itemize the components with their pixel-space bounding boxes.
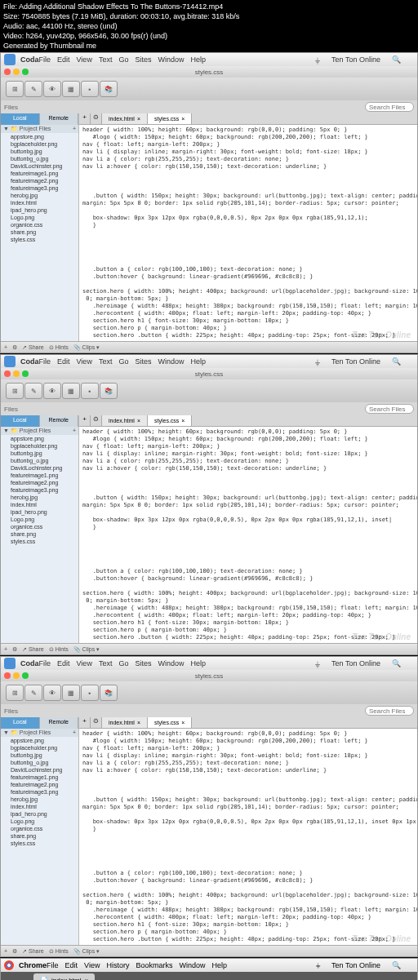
- menu-view[interactable]: View: [77, 55, 92, 64]
- status-add-icon[interactable]: +: [4, 948, 7, 954]
- close-tab-icon[interactable]: ×: [181, 418, 185, 423]
- window-titlebar[interactable]: styles.css: [1, 670, 417, 681]
- file-item[interactable]: index.html: [1, 501, 78, 508]
- file-item[interactable]: featureimage3.png: [1, 486, 78, 494]
- tab-prev-icon[interactable]: +: [79, 113, 91, 124]
- file-item[interactable]: buttonbg.jpg: [1, 148, 78, 155]
- file-item[interactable]: appstore.png: [1, 435, 78, 442]
- menu-help[interactable]: Help: [190, 659, 206, 667]
- sidebar-tab-remote[interactable]: Remote: [40, 717, 79, 729]
- tool-books[interactable]: 📚: [100, 383, 118, 399]
- file-item[interactable]: featureimage3.png: [1, 788, 78, 796]
- tab-prev-icon[interactable]: +: [79, 717, 91, 728]
- file-item[interactable]: styles.css: [1, 538, 78, 545]
- menu-file[interactable]: File: [47, 961, 59, 969]
- tool-css[interactable]: ▦: [62, 383, 80, 399]
- minimize-button[interactable]: [13, 69, 20, 75]
- file-item[interactable]: DavidLochinster.png: [1, 766, 78, 774]
- tool-edit[interactable]: ✎: [24, 81, 42, 97]
- menu-bookmarks[interactable]: Bookmarks: [136, 961, 172, 969]
- menu-window[interactable]: Window: [158, 659, 184, 667]
- spotlight-icon[interactable]: 🔍: [392, 55, 401, 64]
- status-add-icon[interactable]: +: [4, 646, 7, 652]
- maximize-button[interactable]: [22, 370, 29, 377]
- tool-edit[interactable]: ✎: [24, 685, 42, 701]
- file-item[interactable]: ipad_hero.png: [1, 206, 78, 214]
- file-item[interactable]: styles.css: [1, 236, 78, 243]
- tool-preview[interactable]: 👁: [43, 81, 61, 97]
- menu-file[interactable]: File: [39, 357, 51, 366]
- file-item[interactable]: herobg.jpg: [1, 192, 78, 199]
- coda-app-icon[interactable]: [4, 54, 16, 65]
- code-editor[interactable]: header { width: 100%; height: 60px; back…: [79, 729, 417, 945]
- close-tab-icon[interactable]: ×: [84, 977, 88, 981]
- window-titlebar[interactable]: styles.css: [1, 66, 417, 78]
- status-share[interactable]: ↗ Share: [22, 948, 44, 955]
- menu-file[interactable]: File: [39, 55, 51, 64]
- close-button[interactable]: [4, 69, 11, 75]
- spotlight-icon[interactable]: 🔍: [392, 357, 401, 366]
- wifi-icon[interactable]: ⏚: [315, 55, 320, 64]
- wifi-icon[interactable]: ⏚: [315, 357, 320, 366]
- editor-tab-styles[interactable]: styles.css×: [148, 415, 192, 426]
- chrome-app-name[interactable]: Chrome: [19, 961, 47, 969]
- tool-edit[interactable]: ✎: [24, 383, 42, 399]
- file-item[interactable]: organice.css: [1, 523, 78, 530]
- file-item[interactable]: featureimage2.png: [1, 177, 78, 184]
- file-item[interactable]: featureimage2.png: [1, 479, 78, 486]
- tool-preview[interactable]: 👁: [43, 383, 61, 399]
- close-button[interactable]: [4, 672, 11, 679]
- tool-preview[interactable]: 👁: [43, 685, 61, 701]
- file-item[interactable]: ipad_hero.png: [1, 810, 78, 818]
- close-button[interactable]: [4, 370, 11, 377]
- status-share[interactable]: ↗ Share: [22, 344, 44, 351]
- file-item[interactable]: Logo.png: [1, 214, 78, 221]
- add-file-icon[interactable]: +: [73, 729, 76, 736]
- menu-file[interactable]: File: [39, 659, 51, 667]
- spotlight-icon[interactable]: 🔍: [392, 659, 401, 667]
- window-titlebar[interactable]: styles.css: [1, 368, 417, 379]
- tool-terminal[interactable]: ▪: [81, 383, 99, 399]
- coda-app-icon[interactable]: [4, 356, 16, 367]
- editor-tab-index[interactable]: index.html×: [102, 113, 148, 124]
- app-name[interactable]: Coda: [20, 357, 39, 366]
- menu-edit[interactable]: Edit: [57, 55, 70, 64]
- tool-books[interactable]: 📚: [100, 685, 118, 701]
- status-share[interactable]: ↗ Share: [22, 646, 44, 653]
- tool-sites[interactable]: ⊞: [6, 81, 24, 97]
- tool-terminal[interactable]: ▪: [81, 81, 99, 97]
- menu-window[interactable]: Window: [179, 961, 205, 969]
- file-item[interactable]: featureimage3.png: [1, 184, 78, 192]
- file-item[interactable]: featureimage1.png: [1, 774, 78, 781]
- menu-text[interactable]: Text: [99, 55, 113, 64]
- status-settings-icon[interactable]: ⚙: [12, 948, 17, 955]
- menu-go[interactable]: Go: [118, 55, 128, 64]
- menu-view[interactable]: View: [77, 357, 92, 366]
- menu-edit[interactable]: Edit: [65, 961, 78, 969]
- tab-next-icon[interactable]: ⊙: [91, 717, 102, 728]
- chrome-app-icon[interactable]: [4, 960, 14, 970]
- tool-sites[interactable]: ⊞: [6, 685, 24, 701]
- file-item[interactable]: featureimage1.png: [1, 472, 78, 479]
- app-name[interactable]: Coda: [20, 659, 39, 667]
- tool-css[interactable]: ▦: [62, 685, 80, 701]
- menu-text[interactable]: Text: [99, 357, 113, 366]
- sidebar-tab-local[interactable]: Local: [1, 415, 40, 427]
- add-file-icon[interactable]: +: [73, 126, 76, 132]
- app-name[interactable]: Coda: [20, 55, 39, 64]
- file-item[interactable]: index.html: [1, 803, 78, 810]
- tool-terminal[interactable]: ▪: [81, 685, 99, 701]
- search-input[interactable]: [365, 102, 414, 112]
- editor-tab-styles[interactable]: styles.css×: [148, 717, 192, 728]
- code-editor[interactable]: header { width: 100%; height: 60px; back…: [79, 125, 417, 341]
- status-settings-icon[interactable]: ⚙: [12, 344, 17, 351]
- file-item[interactable]: buttonbg.jpg: [1, 752, 78, 759]
- wifi-icon[interactable]: ⏚: [315, 659, 320, 668]
- tab-next-icon[interactable]: ⊙: [91, 113, 102, 124]
- file-item[interactable]: index.html: [1, 199, 78, 206]
- file-item[interactable]: bgplaceholder.png: [1, 744, 78, 752]
- file-item[interactable]: bgplaceholder.png: [1, 140, 78, 148]
- file-item[interactable]: herobg.jpg: [1, 494, 78, 501]
- maximize-button[interactable]: [22, 672, 29, 679]
- file-item[interactable]: DavidLochinster.png: [1, 464, 78, 472]
